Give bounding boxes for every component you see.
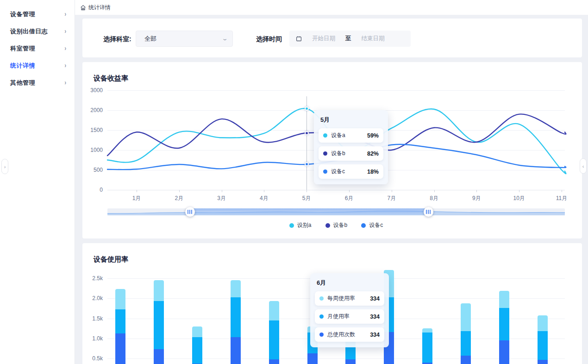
gridline <box>107 90 565 91</box>
y-axis-label: 1.5k <box>84 315 103 322</box>
x-axis-tick <box>434 190 435 192</box>
sidebar-item-3[interactable]: 科室管理› <box>0 40 75 57</box>
series-dot-icon <box>323 151 327 156</box>
chevron-right-icon: › <box>64 62 66 69</box>
tooltip-series-value: 334 <box>370 295 380 302</box>
y-axis-label: 3000 <box>84 87 103 94</box>
bar-month-12[interactable] <box>538 315 548 364</box>
bar-segment-week <box>192 326 202 337</box>
y-axis-label: 1.0k <box>84 335 103 342</box>
series-dot-icon <box>323 169 327 174</box>
tooltip-series-name: 月使用率 <box>327 313 370 320</box>
bar-segment-month <box>231 297 241 338</box>
legend-label: 设备b <box>333 221 348 229</box>
tooltip-series-value: 59% <box>367 132 379 139</box>
bar-segment-total <box>115 333 125 364</box>
x-axis-tick <box>307 190 307 192</box>
dept-select-value: 全部 <box>144 35 223 43</box>
datazoom-slider[interactable] <box>107 208 565 215</box>
legend-item-设备b[interactable]: 设备b <box>325 221 348 229</box>
bar-segment-month <box>499 308 509 340</box>
bar-segment-month <box>538 331 548 360</box>
x-axis-tick <box>476 190 477 192</box>
bar-segment-month <box>192 337 202 363</box>
legend-label: 设备c <box>369 221 383 229</box>
sidebar-item-label: 统计详情 <box>10 62 64 70</box>
x-axis-tick <box>392 190 392 192</box>
bar-month-2[interactable] <box>154 280 164 364</box>
sidebar-expand-button[interactable]: › <box>1 159 8 174</box>
x-axis-tick <box>349 190 350 192</box>
tooltip-series-value: 334 <box>370 314 380 320</box>
dept-select[interactable]: 全部 ⌄ <box>136 31 233 47</box>
sidebar-item-1[interactable]: 设备管理› <box>0 6 75 23</box>
x-axis-label: 7月 <box>382 195 401 202</box>
chevron-down-icon: ⌄ <box>221 36 228 42</box>
calendar-icon <box>296 36 302 42</box>
x-axis-label: 11月 <box>552 195 571 202</box>
x-axis-tick <box>222 190 222 192</box>
hover-dot-设备a <box>305 107 309 111</box>
revenue-chart-title: 设备收益率 <box>94 74 128 83</box>
x-axis-tick <box>179 190 180 192</box>
breadcrumb[interactable]: 统计详情 <box>80 4 111 12</box>
bar-segment-week <box>499 291 509 308</box>
bar-segment-week <box>422 328 432 333</box>
bar-month-1[interactable] <box>115 289 125 364</box>
sidebar-item-4[interactable]: 统计详情› <box>0 57 75 74</box>
home-icon <box>80 5 86 11</box>
bar-month-3[interactable] <box>192 326 202 364</box>
bar-segment-week <box>154 280 164 301</box>
bar-segment-month <box>154 301 164 349</box>
series-dot-icon <box>319 314 324 319</box>
datazoom-handle-right[interactable] <box>424 207 433 217</box>
x-axis-label: 5月 <box>297 195 316 202</box>
x-axis-label: 8月 <box>425 195 444 202</box>
tooltip-series-name: 设备a <box>331 132 367 139</box>
x-axis-tick <box>562 190 562 192</box>
hover-dot-设备c <box>305 162 309 166</box>
sidebar: 设备管理›设别出借日志›科室管理›统计详情›其他管理› <box>0 0 75 364</box>
tooltip-row: 设备b82% <box>319 146 383 161</box>
tooltip-series-value: 82% <box>367 151 379 157</box>
chart-tooltip: 6月每周使用率334月使用率334总使用次数334 <box>310 273 389 347</box>
tooltip-series-value: 334 <box>370 332 380 338</box>
bar-month-11[interactable] <box>499 291 509 364</box>
datazoom-handle-left[interactable] <box>185 207 195 217</box>
end-date-placeholder[interactable]: 结束日期 <box>362 35 385 43</box>
x-axis-label: 4月 <box>255 195 273 202</box>
sidebar-item-2[interactable]: 设别出借日志› <box>0 23 75 40</box>
bar-month-10[interactable] <box>461 303 471 364</box>
bar-segment-total <box>307 353 318 364</box>
bar-segment-week <box>538 315 548 331</box>
page: 设备管理›设别出借日志›科室管理›统计详情›其他管理› 统计详情 选择科室: 全… <box>0 0 588 364</box>
date-range-picker[interactable]: 开始日期 至 结束日期 <box>289 31 411 47</box>
bar-month-4[interactable] <box>231 280 241 364</box>
y-axis-label: 1000 <box>84 147 103 153</box>
panel-collapse-button[interactable]: ‹ <box>580 158 587 174</box>
tooltip-row: 设备c18% <box>319 164 383 179</box>
tooltip-series-name: 每周使用率 <box>327 295 370 302</box>
bar-segment-month <box>422 333 432 363</box>
bar-segment-total <box>154 349 164 364</box>
sidebar-item-label: 其他管理 <box>10 79 64 87</box>
x-axis-label: 6月 <box>340 195 358 202</box>
bar-segment-month <box>115 309 125 333</box>
bar-month-9[interactable] <box>422 328 432 364</box>
tooltip-row: 设备a59% <box>319 128 383 143</box>
legend-item-设备c[interactable]: 设备c <box>361 221 383 229</box>
filter-card: 选择科室: 全部 ⌄ 选择时间 开始日期 至 结束日期 <box>82 19 582 57</box>
legend-item-设别a[interactable]: 设别a <box>289 221 312 229</box>
sidebar-item-5[interactable]: 其他管理› <box>0 74 75 91</box>
y-axis-label: 500 <box>84 167 103 173</box>
y-axis-label: 2.5k <box>84 275 103 282</box>
hover-dot-设备b <box>305 131 309 135</box>
chart-legend: 设别a设备b设备c <box>107 221 565 229</box>
start-date-placeholder[interactable]: 开始日期 <box>312 35 335 43</box>
x-axis-label: 2月 <box>170 195 188 202</box>
bar-segment-month <box>461 331 471 356</box>
bar-month-5[interactable] <box>269 301 279 364</box>
tooltip-series-name: 设备b <box>331 150 367 157</box>
datazoom-selected-range[interactable] <box>190 208 428 215</box>
bar-segment-total <box>461 356 471 364</box>
